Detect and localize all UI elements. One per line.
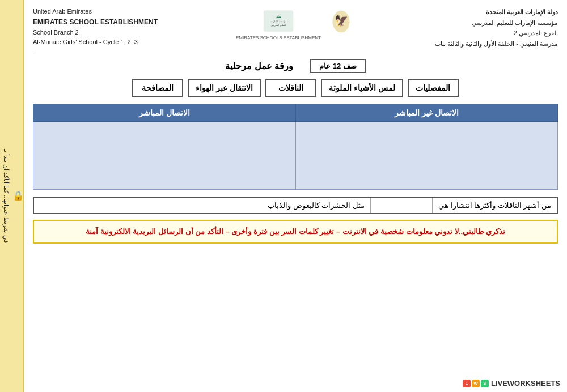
sentence-input[interactable] (370, 198, 433, 213)
school-ar: مدرسة المنيعي - الحلقة الأول والثانية وا… (435, 39, 558, 49)
indirect-contact-cell[interactable] (295, 121, 558, 189)
lws-s: S (481, 380, 489, 387)
grade-box: صف 12 عام (310, 59, 366, 73)
title-row: صف 12 عام ورقة عمل مرحلية (33, 59, 558, 73)
institution-ar: مؤسسة الإمارات للتعليم المدرسي (435, 18, 558, 28)
lws-text: LIVEWORKSHEETS (491, 379, 560, 387)
lws-l: L (463, 380, 471, 387)
country-en: United Arab Emirates (33, 7, 158, 17)
col1-header: الاتصال المباشر (33, 104, 296, 121)
lws-w: W (472, 380, 480, 387)
col2-header: الاتصال غير المباشر (295, 104, 558, 121)
reminder-text: تذكري طالبتي..لا تدوني معلومات شخصية في … (42, 225, 549, 238)
svg-text:🦅: 🦅 (334, 14, 348, 27)
country-ar: دولة الإمارات العربية المتحدة (435, 7, 558, 18)
branch-en: School Branch 2 (33, 28, 158, 38)
logos: تعلم مؤسسة الإمارات للتعليم المدرسي EMIR… (236, 7, 357, 40)
svg-text:للتعليم المدرسي: للتعليم المدرسي (271, 24, 285, 27)
header-center: تعلم مؤسسة الإمارات للتعليم المدرسي EMIR… (236, 7, 357, 40)
header-left: United Arab Emirates EMIRATES SCHOOL EST… (33, 7, 158, 48)
worksheet-title: ورقة عمل مرحلية (225, 61, 293, 71)
uae-emblem: 🦅 (325, 8, 357, 39)
sidebar: تذكري طالبتي.. أنقاء بحثك في الشبكة المع… (0, 0, 24, 392)
sentence-part2: مثل الحشرات كالبعوض والذباب (262, 198, 370, 213)
topic-4: الانتقال عبر الهواء (188, 79, 261, 97)
school-en: Al-Munaie Girls' School - Cycle 1, 2, 3 (33, 37, 158, 48)
lock-icon: 🔒 (12, 190, 23, 202)
topic-2: لمس الأشياء الملوثة (321, 79, 403, 97)
schools-label: EMIRATES SCHOOLS ESTABLISHMENT (236, 35, 321, 40)
schools-logo: تعلم مؤسسة الإمارات للتعليم المدرسي EMIR… (236, 7, 321, 40)
lws-badge: L W S (463, 380, 489, 387)
header-right: دولة الإمارات العربية المتحدة مؤسسة الإم… (435, 7, 558, 49)
topic-1: المفصليات (408, 79, 459, 97)
topic-3: الناقلات (265, 79, 316, 97)
main-content: United Arab Emirates EMIRATES SCHOOL EST… (24, 0, 567, 392)
topics-row: المفصليات لمس الأشياء الملوثة الناقلات ا… (33, 79, 558, 97)
sentence-part1: من أشهر الناقلات وأكثرها انتشارا هي (433, 198, 557, 213)
liveworksheets-logo: L W S LIVEWORKSHEETS (463, 379, 560, 387)
topic-5: المصافحة (132, 79, 183, 97)
sidebar-text1: تذكري طالبتي.. أنقاء بحثك في الشبكة المع… (23, 68, 24, 324)
contact-table: الاتصال غير المباشر الاتصال المباشر (33, 104, 558, 190)
header: United Arab Emirates EMIRATES SCHOOL EST… (33, 7, 558, 54)
sentence-row: من أشهر الناقلات وأكثرها انتشارا هي مثل … (33, 197, 558, 214)
establishment-en: EMIRATES SCHOOL ESTABLISHMENT (33, 17, 158, 28)
direct-contact-cell[interactable] (33, 121, 296, 189)
svg-text:تعلم: تعلم (276, 15, 281, 19)
sidebar-text2: في شريط عنوانها.. كما أتأكد أن يبدأ بـ (0, 147, 12, 245)
branch-ar: الفرع المدرسي 2 (435, 28, 558, 39)
reminder-box: تذكري طالبتي..لا تدوني معلومات شخصية في … (33, 220, 558, 244)
